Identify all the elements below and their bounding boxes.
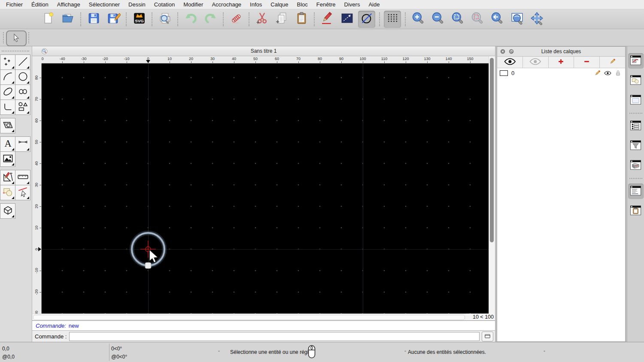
copy-button[interactable] [273, 11, 290, 28]
ruler-v-label: 80 [34, 73, 39, 82]
tool-palette: A [0, 46, 32, 342]
menu-fichier[interactable]: Fichier [6, 1, 27, 8]
menu-calque[interactable]: Calque [266, 1, 292, 8]
toolbar-drag-handle[interactable] [3, 32, 4, 43]
vertical-scrollbar-thumb[interactable] [490, 58, 494, 242]
tool-points-button[interactable] [0, 54, 15, 70]
ruler-h-label: 70 [296, 57, 301, 61]
line-attributes-button[interactable] [338, 11, 355, 28]
menu-cotation[interactable]: Cotation [150, 1, 179, 8]
delete-entities-button[interactable] [228, 11, 245, 28]
dock-separator [629, 178, 642, 179]
add-layer-button[interactable] [549, 57, 574, 68]
dock-command-options-button[interactable] [628, 118, 644, 134]
tool-hatch-button[interactable] [0, 118, 15, 133]
ruler-corner [32, 56, 42, 63]
menu-aide[interactable]: Aide [364, 1, 384, 8]
dock-library-browser-button[interactable] [628, 93, 644, 108]
redo-button[interactable] [202, 11, 219, 28]
dock-block-list-button[interactable] [628, 73, 644, 88]
zoom-auto-button[interactable] [449, 11, 466, 28]
tool-explode-cursor-button[interactable] [15, 185, 30, 200]
menu-affichage[interactable]: Affichage [53, 1, 85, 8]
tool-measure-ruler-button[interactable] [15, 170, 30, 185]
layer-row[interactable]: 0 [497, 68, 625, 78]
cut-button[interactable] [253, 11, 270, 28]
main-toolbar: SVG [0, 9, 644, 29]
save-as-button[interactable] [105, 11, 122, 28]
menu-edition[interactable]: Édition [27, 1, 53, 8]
remove-layer-button[interactable] [574, 57, 600, 68]
circle-icon [17, 71, 29, 84]
open-file-button[interactable] [59, 11, 76, 28]
ruler-h-tick [255, 61, 256, 63]
ruler-h-label: -10 [124, 57, 129, 61]
dock-reference-views-button[interactable] [628, 158, 644, 173]
ruler-vertical: 80706050403020100-10-20-30 [32, 63, 42, 314]
tool-order-shapes-button[interactable] [0, 185, 15, 200]
close-panel-button[interactable] [500, 48, 506, 54]
tool-polygon-shapes-button[interactable] [15, 100, 30, 115]
show-all-layers-button[interactable] [497, 57, 523, 68]
menu-bloc[interactable]: Bloc [292, 1, 312, 8]
edit-layer-button[interactable] [600, 57, 625, 68]
horizontal-scrollbar-thumb[interactable] [33, 315, 465, 320]
svg-export-button[interactable]: SVG [131, 11, 148, 28]
mouse-icon [307, 345, 316, 359]
hide-all-layers-button[interactable] [523, 57, 549, 68]
grid-snap-button[interactable] [384, 11, 401, 28]
zoom-pan-button[interactable] [528, 11, 545, 28]
menu-divers[interactable]: Divers [340, 1, 365, 8]
select-tool-button[interactable] [6, 30, 27, 46]
layer-color-swatch[interactable] [500, 70, 508, 76]
menu-accrochage[interactable]: Accrochage [207, 1, 246, 8]
menu-fenetre[interactable]: Fenêtre [312, 1, 340, 8]
draft-mode-button[interactable] [358, 11, 375, 28]
vertical-scrollbar[interactable] [489, 56, 495, 314]
dock-property-editor-button[interactable] [628, 53, 644, 69]
zoom-out-button[interactable] [429, 11, 447, 28]
tool-polyline-button[interactable] [0, 100, 15, 115]
toolbar-drag-handle[interactable] [28, 32, 29, 43]
print-preview-button[interactable] [156, 11, 173, 28]
tool-spline-freehand-button[interactable] [15, 84, 30, 100]
menu-infos[interactable]: Infos [246, 1, 266, 8]
layer-pencil-edit-icon[interactable] [594, 69, 601, 77]
dock-clipboard-panel-button[interactable] [628, 203, 644, 219]
palette-drag-handle[interactable] [2, 51, 29, 51]
eye-gray-icon [529, 58, 541, 67]
pen-attributes-button[interactable] [319, 11, 336, 28]
dock-command-line-button[interactable] [628, 184, 644, 199]
undo-button[interactable] [182, 11, 199, 28]
zoom-redraw-button[interactable] [489, 11, 506, 28]
tool-modify-tools-button[interactable] [0, 170, 15, 185]
tool-text-button[interactable]: A [0, 136, 15, 152]
menu-modifier[interactable]: Modifier [179, 1, 207, 8]
tool-image-button[interactable] [0, 151, 15, 167]
tool-arc-button[interactable] [0, 69, 15, 85]
tool-circle-button[interactable] [15, 69, 30, 85]
paste-button[interactable] [293, 11, 310, 28]
grid-snap-handle[interactable] [145, 262, 151, 268]
drawing-canvas[interactable] [42, 63, 489, 314]
tool-block-3d-button[interactable] [0, 203, 15, 219]
menu-dessin[interactable]: Dessin [124, 1, 150, 8]
layer-lock-gray-icon[interactable] [614, 69, 622, 77]
menu-selectionner[interactable]: Sélectionner [85, 1, 124, 8]
metagrid-line-y0 [42, 249, 489, 250]
tool-ellipse-button[interactable] [0, 84, 15, 100]
zoom-previous-button[interactable] [469, 11, 486, 28]
undock-panel-button[interactable] [508, 48, 514, 54]
new-document-button[interactable] [39, 11, 57, 28]
command-keyboard-button[interactable] [482, 332, 493, 341]
tool-line-button[interactable] [15, 54, 30, 70]
document-title-bar[interactable]: Sans titre 1 [32, 46, 495, 56]
tool-dimension-button[interactable] [15, 136, 30, 152]
zoom-in-button[interactable] [410, 11, 427, 28]
layer-eye-open-icon[interactable] [604, 69, 611, 77]
save-button[interactable] [85, 11, 102, 28]
zoom-window-button[interactable] [508, 11, 526, 28]
command-input[interactable] [69, 332, 480, 341]
horizontal-scrollbar[interactable] [32, 314, 466, 320]
dock-selection-filter-button[interactable] [628, 138, 644, 154]
